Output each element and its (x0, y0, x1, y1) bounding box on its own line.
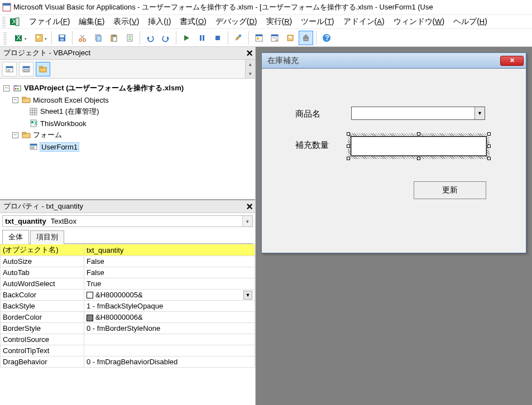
tree-forms-label[interactable]: フォーム (33, 130, 62, 140)
menu-i[interactable]: 挿入(I) (143, 15, 175, 27)
tree-thisworkbook-label[interactable]: ThisWorkbook (40, 119, 87, 128)
paste-button[interactable] (107, 31, 121, 45)
prop-row[interactable]: ControlTipText (1, 345, 255, 356)
design-mode-button[interactable] (231, 31, 246, 45)
tree-userform1-label[interactable]: UserForm1 (40, 143, 79, 151)
resize-handle[interactable] (487, 144, 491, 148)
userform-close-button[interactable]: ✕ (500, 56, 524, 66)
svg-rect-68 (31, 121, 33, 123)
menu-o[interactable]: 書式(O) (175, 15, 210, 27)
properties-panel-close-icon[interactable]: × (246, 202, 253, 210)
prop-value[interactable]: 0 - fmBorderStyleNone (84, 323, 255, 334)
menu-r[interactable]: 実行(R) (262, 15, 297, 27)
undo-button[interactable] (143, 31, 157, 45)
label-product-name[interactable]: 商品名 (295, 109, 320, 119)
help-button[interactable]: ? (319, 31, 334, 45)
view-excel-button[interactable]: X (9, 31, 28, 45)
tree-sheet1-label[interactable]: Sheet1 (在庫管理) (40, 107, 99, 117)
toggle-folders-button[interactable] (36, 62, 50, 76)
menu-a[interactable]: アドイン(A) (339, 15, 389, 27)
prop-row[interactable]: BackColor&H80000005&▼ (1, 290, 255, 301)
combo-dropdown-icon[interactable]: ▼ (475, 107, 485, 119)
prop-value[interactable]: &H80000006& (84, 312, 255, 323)
prop-row[interactable]: ControlSource (1, 334, 255, 345)
project-panel-title: プロジェクト - VBAProject × (0, 47, 255, 60)
combo-dropdown-icon[interactable]: ▾ (242, 216, 252, 226)
dropdown-icon[interactable]: ▼ (243, 291, 252, 300)
prop-row[interactable]: BorderStyle0 - fmBorderStyleNone (1, 323, 255, 334)
prop-row[interactable]: AutoSizeFalse (1, 256, 255, 267)
prop-value[interactable]: False (84, 256, 255, 267)
resize-handle[interactable] (347, 157, 350, 160)
view-object-button[interactable] (19, 62, 33, 76)
menu-w[interactable]: ウィンドウ(W) (389, 15, 449, 27)
project-tree[interactable]: − VBAProject (ユーザーフォームを操作する.xlsm) − Micr… (0, 79, 255, 200)
prop-row[interactable]: BorderColor&H80000006& (1, 312, 255, 323)
menu-d[interactable]: デバッグ(D) (211, 15, 262, 27)
svg-rect-36 (257, 37, 259, 40)
svg-rect-28 (200, 35, 202, 41)
resize-handle[interactable] (487, 157, 491, 160)
prop-row[interactable]: (オブジェクト名)txt_quantity (1, 244, 255, 256)
menu-f[interactable]: ファイル(F) (25, 15, 74, 27)
form-designer-area[interactable]: 在庫補充 ✕ 商品名 ▼ 補充数量 (256, 47, 532, 405)
resize-handle[interactable] (417, 132, 420, 136)
save-button[interactable] (55, 31, 69, 45)
tree-excel-objects-label[interactable]: Microsoft Excel Objects (33, 96, 109, 104)
view-code-button[interactable] (2, 62, 17, 76)
prop-row[interactable]: AutoWordSelectTrue (1, 278, 255, 290)
find-button[interactable] (122, 31, 137, 45)
prop-value[interactable] (84, 345, 255, 356)
project-panel-title-text: プロジェクト - VBAProject (3, 48, 90, 58)
resize-handle[interactable] (417, 157, 420, 160)
run-button[interactable] (179, 31, 194, 45)
menu-t[interactable]: ツール(T) (296, 15, 338, 27)
prop-value[interactable]: False (84, 267, 255, 278)
svg-rect-38 (271, 35, 278, 36)
svg-rect-48 (6, 66, 13, 68)
project-scrollbar[interactable]: ▴▾ (245, 60, 255, 78)
tab-categorized[interactable]: 項目別 (30, 230, 64, 244)
tree-collapse-icon[interactable]: − (12, 132, 18, 138)
userform-body[interactable]: 商品名 ▼ 補充数量 更新 (262, 69, 526, 253)
prop-value[interactable]: 0 - fmDragBehaviorDisabled (84, 356, 255, 368)
userform-preview[interactable]: 在庫補充 ✕ 商品名 ▼ 補充数量 (261, 52, 526, 253)
redo-button[interactable] (159, 31, 173, 45)
properties-window-button[interactable] (267, 31, 282, 45)
insert-object-button[interactable] (30, 31, 49, 45)
button-update[interactable]: 更新 (414, 181, 486, 199)
resize-handle[interactable] (347, 132, 350, 136)
project-explorer-button[interactable] (252, 31, 266, 45)
svg-rect-30 (215, 36, 220, 40)
prop-row[interactable]: AutoTabFalse (1, 267, 255, 278)
cut-button[interactable] (75, 31, 90, 45)
combo-product-name[interactable]: ▼ (351, 107, 485, 120)
break-button[interactable] (195, 31, 209, 45)
prop-value[interactable]: txt_quantity (84, 244, 255, 256)
prop-row[interactable]: DragBehavior0 - fmDragBehaviorDisabled (1, 356, 255, 368)
toolbox-button[interactable] (299, 31, 313, 45)
prop-value[interactable] (84, 334, 255, 345)
prop-value[interactable]: True (84, 278, 255, 290)
label-quantity[interactable]: 補充数量 (295, 140, 329, 151)
tree-collapse-icon[interactable]: − (3, 85, 9, 91)
object-browser-button[interactable] (283, 31, 298, 45)
tree-collapse-icon[interactable]: − (12, 97, 18, 103)
textbox-quantity[interactable] (351, 137, 486, 156)
reset-button[interactable] (210, 31, 225, 45)
prop-value[interactable]: &H80000005&▼ (84, 290, 255, 301)
excel-logo-icon[interactable]: X (9, 16, 20, 27)
properties-grid[interactable]: (オブジェクト名)txt_quantityAutoSizeFalseAutoTa… (0, 244, 255, 368)
menu-h[interactable]: ヘルプ(H) (449, 15, 492, 27)
prop-row[interactable]: BackStyle1 - fmBackStyleOpaque (1, 301, 255, 312)
prop-value[interactable]: 1 - fmBackStyleOpaque (84, 301, 255, 312)
copy-button[interactable] (91, 31, 106, 45)
project-panel-close-icon[interactable]: × (246, 49, 253, 57)
menu-e[interactable]: 編集(E) (74, 15, 109, 27)
resize-handle[interactable] (487, 132, 491, 136)
object-selector-combo[interactable]: txt_quantity TextBox ▾ (2, 215, 253, 227)
resize-handle[interactable] (347, 144, 350, 148)
prop-name: BackColor (1, 290, 84, 301)
tab-alphabetic[interactable]: 全体 (2, 230, 29, 244)
menu-v[interactable]: 表示(V) (109, 15, 143, 27)
